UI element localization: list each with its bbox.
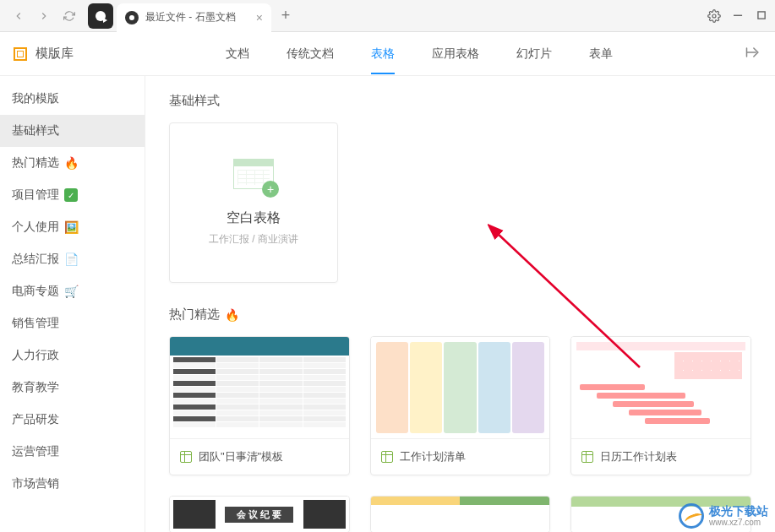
svg-rect-1 — [734, 15, 742, 16]
tab-legacy-docs[interactable]: 传统文档 — [270, 35, 351, 73]
tab-close-button[interactable]: × — [256, 11, 263, 24]
template-preview — [170, 337, 349, 438]
sheet-icon — [180, 451, 192, 463]
share-icon[interactable] — [745, 44, 761, 63]
page-title: 模版库 — [35, 46, 74, 62]
sidebar-item-operations-mgmt[interactable]: 运营管理 — [0, 436, 145, 468]
sheet-icon — [581, 451, 593, 463]
template-card-work-plan[interactable]: 工作计划清单 — [370, 336, 551, 475]
sidebar-item-hot-picks[interactable]: 热门精选 🔥 — [0, 147, 145, 179]
document-icon: 📄 — [64, 252, 79, 266]
app-icon[interactable] — [88, 3, 113, 29]
svg-rect-2 — [757, 12, 764, 19]
blank-sheet-card[interactable]: + 空白表格 工作汇报 / 商业演讲 — [169, 122, 338, 283]
section-basic-styles: 基础样式 — [169, 93, 751, 109]
tab-forms[interactable]: 表单 — [572, 35, 630, 73]
sidebar-item-ecommerce[interactable]: 电商专题 🛒 — [0, 275, 145, 307]
cart-icon: 🛒 — [64, 285, 79, 298]
fire-icon: 🔥 — [225, 308, 239, 322]
sheet-icon — [381, 451, 393, 463]
nav-back-button[interactable] — [7, 4, 30, 28]
template-card-generic-2[interactable] — [370, 496, 551, 532]
sidebar-item-product-rd[interactable]: 产品研发 — [0, 404, 145, 436]
checkbox-icon: ✓ — [64, 188, 78, 202]
picture-icon: 🖼️ — [64, 220, 79, 234]
template-card-generic-3[interactable] — [570, 496, 751, 532]
tab-docs[interactable]: 文档 — [209, 35, 266, 73]
sidebar-item-basic-styles[interactable]: 基础样式 — [0, 115, 145, 147]
tab-favicon — [125, 11, 139, 24]
library-icon — [14, 47, 27, 61]
blank-card-subtitle: 工作汇报 / 商业演讲 — [209, 232, 298, 247]
tab-slides[interactable]: 幻灯片 — [499, 35, 569, 73]
template-name: 工作计划清单 — [400, 449, 466, 464]
svg-point-0 — [712, 14, 716, 18]
content-area: 基础样式 + 空白表格 工作汇报 / 商业演讲 热门精选 🔥 — [145, 76, 775, 532]
browser-tab[interactable]: 最近文件 - 石墨文档 × — [117, 3, 271, 32]
template-preview — [571, 337, 750, 438]
template-card-meeting-notes[interactable]: 会 议 纪 要 — [169, 496, 350, 532]
window-minimize-button[interactable] — [731, 9, 745, 23]
template-preview: 会 议 纪 要 — [170, 497, 349, 532]
nav-forward-button[interactable] — [32, 4, 56, 28]
sidebar-item-summary-report[interactable]: 总结汇报 📄 — [0, 243, 145, 275]
nav-reload-button[interactable] — [57, 4, 81, 28]
settings-icon[interactable] — [707, 9, 721, 23]
sidebar-item-my-templates[interactable]: 我的模版 — [0, 83, 145, 115]
template-name: 团队"日事清"模板 — [199, 449, 283, 464]
template-card-daily[interactable]: 团队"日事清"模板 — [169, 336, 350, 475]
template-name: 日历工作计划表 — [600, 449, 677, 464]
sidebar-item-sales-mgmt[interactable]: 销售管理 — [0, 307, 145, 339]
sidebar-item-project-mgmt[interactable]: 项目管理 ✓ — [0, 179, 145, 211]
template-preview — [371, 337, 550, 438]
new-tab-button[interactable]: + — [281, 7, 291, 24]
template-preview — [371, 497, 550, 532]
template-card-calendar-plan[interactable]: 日历工作计划表 — [570, 336, 751, 475]
blank-card-title: 空白表格 — [226, 209, 281, 227]
sidebar: 我的模版 基础样式 热门精选 🔥 项目管理 ✓ 个人使用 🖼️ 总结汇报 📄 电… — [0, 76, 145, 532]
tab-app-sheets[interactable]: 应用表格 — [415, 35, 496, 73]
section-hot-picks: 热门精选 🔥 — [169, 307, 751, 323]
plus-badge-icon: + — [262, 181, 279, 198]
fire-icon: 🔥 — [64, 156, 79, 170]
tab-title: 最近文件 - 石墨文档 — [145, 10, 236, 24]
sidebar-item-hr-admin[interactable]: 人力行政 — [0, 339, 145, 372]
sidebar-item-marketing[interactable]: 市场营销 — [0, 468, 145, 500]
window-maximize-button[interactable] — [755, 9, 768, 23]
sidebar-item-education[interactable]: 教育教学 — [0, 372, 145, 404]
header: 模版库 文档 传统文档 表格 应用表格 幻灯片 表单 — [0, 32, 775, 76]
sidebar-item-personal-use[interactable]: 个人使用 🖼️ — [0, 211, 145, 243]
template-preview — [571, 497, 750, 532]
tab-sheets[interactable]: 表格 — [354, 35, 412, 73]
titlebar: 最近文件 - 石墨文档 × + — [0, 0, 775, 32]
